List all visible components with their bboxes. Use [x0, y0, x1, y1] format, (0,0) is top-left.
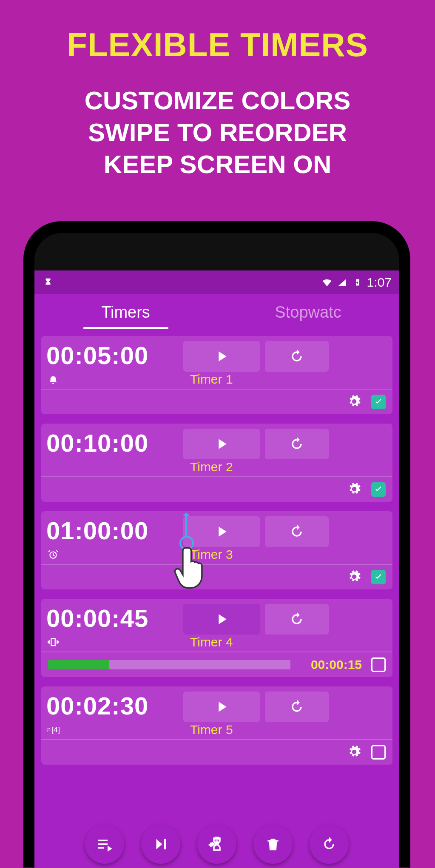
timer-card[interactable]: 00:10:00 Timer 2 — [41, 424, 392, 502]
reset-button[interactable] — [265, 429, 329, 459]
play-button[interactable] — [183, 692, 260, 722]
timer-time[interactable]: 00:02:30 — [46, 692, 178, 722]
timer-name: Timer 2 — [190, 460, 233, 474]
timer-card[interactable]: 01:00:00 Timer 3 — [41, 511, 392, 589]
timer-name: Timer 1 — [190, 372, 233, 387]
progress-bar — [48, 660, 290, 669]
play-button[interactable] — [183, 604, 260, 635]
play-button[interactable] — [183, 341, 260, 372]
promo-title: FLEXIBLE TIMERS — [0, 0, 435, 64]
gear-icon[interactable] — [347, 395, 362, 409]
play-button[interactable] — [183, 516, 260, 547]
checkbox[interactable] — [371, 570, 386, 584]
fab-row — [34, 821, 399, 868]
wifi-icon — [321, 276, 333, 288]
play-pause-fab[interactable] — [141, 825, 180, 864]
app-screen: 1:07 Timers Stopwatc 00:05:00 — [34, 270, 399, 868]
checkbox[interactable] — [371, 395, 386, 409]
repeat-icon: [4] — [46, 723, 60, 737]
vibrate-icon — [46, 635, 60, 649]
phone-frame: 1:07 Timers Stopwatc 00:05:00 — [23, 221, 410, 868]
tab-bar: Timers Stopwatc — [34, 294, 399, 329]
hourglass-icon — [42, 276, 54, 288]
timer-card[interactable]: 00:00:45 Timer 4 00:00:1 — [41, 599, 392, 677]
reset-button[interactable] — [265, 604, 329, 635]
delete-fab[interactable] — [253, 825, 293, 864]
checkbox[interactable] — [371, 482, 386, 497]
checkbox[interactable] — [371, 745, 386, 760]
reset-button[interactable] — [265, 516, 329, 547]
alarm-clock-icon — [46, 548, 60, 561]
battery-charging-icon — [352, 276, 364, 288]
timer-name: Timer 4 — [190, 635, 233, 649]
history-fab[interactable] — [310, 825, 349, 864]
timer-card[interactable]: 00:05:00 Timer 1 — [41, 336, 392, 414]
status-clock: 1:07 — [367, 275, 392, 290]
gear-icon[interactable] — [347, 482, 362, 497]
reset-button[interactable] — [265, 692, 329, 722]
timer-card[interactable]: 00:02:30 [4] Timer 5 — [41, 686, 392, 765]
gear-icon[interactable] — [347, 745, 362, 760]
bell-icon — [46, 373, 60, 386]
timer-time[interactable]: 00:00:45 — [46, 604, 178, 635]
timer-name: Timer 5 — [190, 723, 233, 737]
timer-time[interactable]: 00:05:00 — [46, 341, 178, 372]
promo-subtitle: CUSTOMIZE COLORS SWIPE TO REORDER KEEP S… — [0, 85, 435, 180]
none-icon — [46, 460, 60, 474]
signal-icon — [336, 276, 348, 288]
timer-time[interactable]: 00:10:00 — [46, 429, 178, 459]
timer-list[interactable]: 00:05:00 Timer 1 — [34, 329, 399, 868]
status-bar: 1:07 — [34, 270, 399, 294]
reset-button[interactable] — [265, 341, 329, 372]
gear-icon[interactable] — [347, 570, 362, 584]
timer-name: Timer 3 — [190, 547, 233, 562]
checkbox[interactable] — [371, 657, 386, 672]
elapsed-time: 00:00:15 — [311, 657, 362, 672]
timer-time[interactable]: 01:00:00 — [46, 516, 178, 547]
play-button[interactable] — [183, 429, 260, 459]
tab-timers[interactable]: Timers — [34, 303, 217, 329]
playlist-fab[interactable] — [85, 825, 124, 864]
add-timer-fab[interactable] — [197, 825, 236, 864]
tab-stopwatch[interactable]: Stopwatc — [217, 303, 399, 329]
